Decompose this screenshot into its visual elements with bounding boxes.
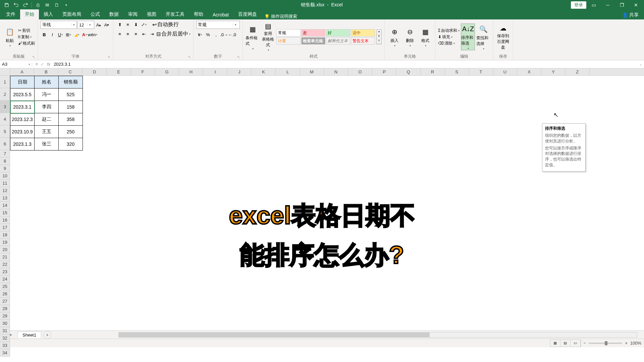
tab-file[interactable]: 文件 [1, 9, 20, 19]
align-top-icon[interactable]: ⬆ [116, 21, 123, 28]
fill-button[interactable]: ⬇填充▾ [438, 34, 460, 40]
sheet-tab[interactable]: Sheet1 [17, 331, 41, 338]
tab-acrobat[interactable]: Acrobat [208, 10, 233, 19]
launcher-icon[interactable]: ⤡ [237, 55, 240, 59]
col-header-a[interactable]: A [10, 68, 34, 75]
launcher-icon[interactable]: ⤡ [188, 55, 191, 59]
zoom-in-icon[interactable]: + [625, 341, 628, 346]
conditional-format-button[interactable]: ▦ 条件格式▾ [246, 23, 260, 50]
decrease-font-icon[interactable]: A▾ [103, 21, 110, 28]
tab-help[interactable]: 帮助 [189, 9, 208, 19]
table-format-button[interactable]: ▤ 套用 表格格式▾ [261, 23, 275, 50]
save-icon[interactable] [3, 1, 11, 9]
header-name[interactable]: 姓名 [35, 76, 59, 88]
bold-button[interactable]: B [41, 31, 48, 38]
undo-icon[interactable] [12, 1, 20, 9]
format-cells-button[interactable]: ▦格式▾ [418, 23, 432, 50]
orientation-icon[interactable]: ⤢▾ [140, 21, 148, 28]
increase-font-icon[interactable]: A▴ [95, 21, 102, 28]
align-left-icon[interactable]: ≡ [116, 30, 123, 38]
align-right-icon[interactable]: ≡ [132, 30, 140, 38]
style-calc[interactable]: 计算 [276, 37, 301, 45]
font-name-combo[interactable]: ▾ [41, 21, 77, 29]
add-sheet-button[interactable]: + [43, 331, 51, 339]
merge-button[interactable]: ⊟合并后居中▾ [156, 31, 191, 38]
font-color-button[interactable]: A▾ [81, 31, 88, 38]
column-headers[interactable]: A B C D E F G H I J K L M N O P Q R S T … [10, 68, 644, 76]
launcher-icon[interactable]: ⤡ [32, 55, 35, 59]
header-sales[interactable]: 销售额 [59, 76, 83, 88]
enter-formula-icon[interactable]: ✓ [41, 62, 44, 67]
border-button[interactable]: ⊞▾ [65, 31, 72, 38]
select-all-corner[interactable] [0, 68, 10, 76]
insert-cells-button[interactable]: ⊕插入▾ [387, 23, 401, 50]
align-middle-icon[interactable]: ≡ [124, 21, 131, 28]
font-size-combo[interactable]: ▾ [77, 21, 94, 29]
redo-icon[interactable] [21, 1, 30, 9]
tab-review[interactable]: 审阅 [123, 9, 142, 19]
zoom-out-icon[interactable]: − [584, 341, 586, 346]
percent-icon[interactable]: % [204, 31, 212, 38]
fill-color-button[interactable]: ◢▾ [73, 31, 80, 38]
col-header-c[interactable]: C [58, 68, 83, 75]
tab-home[interactable]: 开始 [20, 9, 39, 19]
login-button[interactable]: 登录 [571, 1, 586, 9]
italic-button[interactable]: I [49, 31, 56, 38]
fx-icon[interactable]: fx [47, 62, 50, 67]
gallery-scroll[interactable]: ▴▾≡ [376, 29, 382, 44]
horizontal-scrollbar[interactable] [118, 332, 637, 338]
formula-input[interactable] [52, 62, 637, 67]
comma-icon[interactable]: , [212, 31, 220, 38]
indent-decrease-icon[interactable]: ⇤ [140, 30, 148, 38]
row-headers[interactable]: 123456 789101112131415161718192021222324… [0, 76, 10, 357]
close-icon[interactable]: ✕ [629, 0, 643, 10]
normal-view-icon[interactable]: ▦ [550, 340, 560, 347]
data-table[interactable]: 日期 姓名 销售额 2023.5.5冯一525 2023.3.1李四158 20… [10, 76, 83, 150]
zoom-level[interactable]: 100% [630, 341, 641, 346]
minimize-icon[interactable]: ─ [601, 0, 614, 10]
selected-cell[interactable]: 2023.3.1 [10, 101, 35, 113]
page-break-icon[interactable]: ▭ [571, 340, 581, 347]
phonetic-button[interactable]: wén▾ [89, 31, 96, 38]
launcher-icon[interactable]: ⤡ [108, 55, 110, 59]
tab-baidu[interactable]: 百度网盘 [233, 9, 262, 19]
style-neutral[interactable]: 适中 [351, 29, 375, 37]
col-header-b[interactable]: B [34, 68, 58, 75]
align-center-icon[interactable]: ≡ [124, 30, 131, 38]
copy-button[interactable]: ⎘复制▾ [18, 34, 35, 40]
increase-decimal-icon[interactable]: .0→ [220, 31, 228, 38]
delete-cells-button[interactable]: ⊖删除▾ [403, 23, 417, 50]
align-bottom-icon[interactable]: ⬇ [132, 21, 140, 28]
qat-icon-2[interactable]: ✉ [43, 1, 51, 9]
zoom-slider[interactable] [589, 343, 622, 344]
ribbon-display-icon[interactable]: ▭ [587, 0, 600, 10]
style-explain[interactable]: 解释性文本 [326, 37, 350, 45]
maximize-icon[interactable]: ❐ [615, 0, 629, 10]
clear-button[interactable]: ⌫清除▾ [438, 41, 460, 46]
format-painter-button[interactable]: 🖌格式刷 [18, 41, 35, 46]
autosum-button[interactable]: Σ自动求和▾ [438, 28, 460, 34]
header-date[interactable]: 日期 [10, 76, 35, 88]
wrap-text-button[interactable]: ↩自动换行 [152, 21, 179, 28]
paste-button[interactable]: 📋 粘贴▾ [3, 23, 17, 50]
qat-customize-icon[interactable]: ▾ [62, 1, 70, 9]
page-layout-icon[interactable]: ▤ [560, 340, 571, 347]
style-check[interactable]: 检查单元格 [301, 37, 325, 45]
share-button[interactable]: 👤 共享 [617, 11, 644, 19]
qat-icon-1[interactable]: ⎙ [34, 1, 42, 9]
cell-styles-gallery[interactable]: 常规 差 好 适中 计算 检查单元格 解释性文本 警告文本 [276, 29, 375, 45]
style-bad[interactable]: 差 [301, 29, 325, 37]
tab-insert[interactable]: 插入 [39, 9, 58, 19]
name-box[interactable] [0, 60, 27, 68]
currency-icon[interactable]: ¥▾ [196, 31, 204, 38]
namebox-dropdown-icon[interactable]: ▾ [27, 63, 32, 66]
spreadsheet-grid[interactable]: A B C D E F G H I J K L M N O P Q R S T … [0, 68, 644, 330]
view-buttons[interactable]: ▦ ▤ ▭ [550, 340, 581, 347]
style-normal[interactable]: 常规 [276, 29, 301, 37]
tell-me-search[interactable]: 💡 操作说明搜索 [264, 13, 297, 19]
decrease-decimal-icon[interactable]: ←.0 [228, 31, 236, 38]
tab-view[interactable]: 视图 [142, 9, 161, 19]
cancel-formula-icon[interactable]: ✕ [35, 62, 39, 67]
tab-data[interactable]: 数据 [105, 9, 123, 19]
find-select-button[interactable]: 🔍 查找和选择▾ [476, 23, 490, 50]
